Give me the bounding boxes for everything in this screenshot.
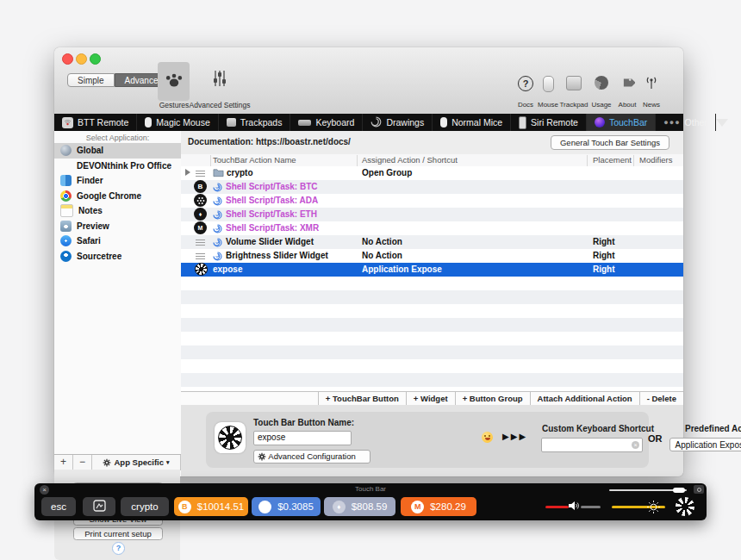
table-row-expose-selected[interactable]: expose Application Expose Right: [181, 263, 683, 277]
close-window-button[interactable]: [62, 53, 73, 65]
volume-slider-filled[interactable]: [545, 506, 569, 508]
sliders-icon: [210, 76, 229, 90]
crypto-group-button[interactable]: crypto: [121, 497, 169, 516]
notes-icon: [60, 204, 73, 217]
advanced-settings-tool-button[interactable]: [210, 69, 229, 91]
tab-label: Normal Mice: [451, 117, 502, 128]
documentation-link[interactable]: Documentation: https://boastr.net/docs/: [188, 137, 351, 146]
predefined-action-select[interactable]: Application Expose ▴▾: [669, 438, 741, 451]
table-row-volume-slider[interactable]: Volume Slider Widget No Action Right: [181, 235, 683, 249]
xmr-price-button[interactable]: M $280.29: [401, 497, 476, 516]
eth-price-button[interactable]: ♦ $808.59: [324, 497, 395, 516]
script-swirl-icon: [213, 224, 222, 233]
sidebar-item-notes[interactable]: Notes: [54, 203, 181, 219]
tab-trackpads[interactable]: Trackpads: [219, 114, 291, 131]
col-placement[interactable]: Placement: [593, 155, 632, 165]
tab-magic-mouse[interactable]: Magic Mouse: [137, 114, 218, 131]
row-name: Shell Script/Task: ETH: [226, 209, 317, 219]
safari-icon: [60, 235, 72, 246]
btc-price-button[interactable]: B $10014.51: [174, 497, 248, 516]
touchbar-size-slider[interactable]: [609, 489, 687, 491]
eth-coin-icon: ♦: [194, 208, 207, 221]
simple-mode-button[interactable]: Simple: [67, 73, 115, 87]
sidebar-item-sourcetree[interactable]: Sourcetree: [54, 249, 181, 264]
table-row-ada[interactable]: Shell Script/Task: ADA: [181, 194, 683, 208]
gestures-tool-button[interactable]: [158, 62, 190, 101]
sidebar-item-devonthink[interactable]: DEVONthink Pro Office: [54, 159, 181, 174]
sidebar-item-safari[interactable]: Safari: [54, 233, 181, 249]
remove-app-button[interactable]: −: [73, 455, 92, 470]
table-row-brightness-slider[interactable]: Brightness Slider Widget No Action Right: [181, 249, 683, 263]
ellipsis-icon: ●●●: [663, 118, 680, 127]
drag-handle-icon[interactable]: [196, 240, 205, 246]
expose-touchbar-button[interactable]: [676, 497, 694, 516]
tab-keyboard[interactable]: Keyboard: [290, 114, 363, 131]
sidebar-item-label: Sourcetree: [77, 252, 121, 261]
row-name: Shell Script/Task: BTC: [226, 182, 318, 191]
folder-icon: [213, 168, 224, 177]
trackpad-button[interactable]: [559, 76, 588, 90]
clear-icon[interactable]: ×: [632, 441, 639, 449]
general-touchbar-settings-button[interactable]: General Touch Bar Settings: [551, 135, 669, 150]
ada-price-button[interactable]: $0.3085: [252, 497, 321, 516]
drag-handle-icon[interactable]: [196, 253, 205, 259]
tab-siri-remote[interactable]: Siri Remote: [511, 114, 587, 131]
table-row-btc[interactable]: B Shell Script/Task: BTC: [181, 180, 683, 194]
delete-button[interactable]: - Delete: [639, 392, 683, 406]
button-name-label: Touch Bar Button Name:: [253, 418, 354, 427]
touchbar-config-main: Documentation: https://boastr.net/docs/ …: [181, 131, 683, 476]
add-touchbar-button[interactable]: + TouchBar Button: [318, 392, 406, 406]
keyboard-icon: [298, 120, 311, 126]
screenshot-icon[interactable]: [694, 485, 704, 494]
table-row-eth[interactable]: ♦ Shell Script/Task: ETH: [181, 208, 683, 221]
custom-shortcut-input[interactable]: ×: [541, 438, 643, 452]
shutter-icon: [195, 263, 208, 276]
add-widget-button[interactable]: + Widget: [406, 392, 455, 406]
widget-button[interactable]: [83, 497, 115, 516]
print-current-setup-button[interactable]: Print current setup: [73, 527, 163, 540]
col-assigned-action[interactable]: Assigned Action / Shortcut: [362, 155, 458, 165]
tab-overflow-dropdown[interactable]: [716, 119, 728, 127]
disclosure-triangle-icon[interactable]: [185, 169, 190, 176]
toolbar: Simple Advanced Gestures: [54, 47, 683, 115]
add-app-button[interactable]: +: [54, 455, 73, 470]
add-button-group-button[interactable]: + Button Group: [455, 392, 530, 406]
tab-drawings[interactable]: Drawings: [363, 114, 433, 131]
esc-key[interactable]: esc: [41, 497, 76, 516]
app-specific-menu[interactable]: App Specific ▾: [92, 455, 181, 470]
button-name-input[interactable]: expose: [253, 431, 352, 445]
sidebar-item-preview[interactable]: Preview: [54, 219, 181, 234]
sidebar-item-finder[interactable]: Finder: [54, 173, 181, 189]
table-row-xmr[interactable]: M Shell Script/Task: XMR: [181, 221, 683, 235]
news-button[interactable]: [637, 76, 666, 94]
minimize-window-button[interactable]: [76, 53, 87, 65]
advanced-configuration-button[interactable]: Advanced Configuration: [253, 450, 370, 464]
script-swirl-icon: [213, 252, 222, 261]
col-modifiers[interactable]: Modifiers: [639, 155, 673, 165]
volume-slider-track[interactable]: [581, 506, 601, 508]
chevron-down-icon: ▾: [166, 456, 170, 470]
speaker-icon: [567, 499, 581, 516]
sidebar-item-global[interactable]: Global: [54, 143, 181, 159]
sidebar-header: Select Application:: [54, 134, 181, 142]
usage-button[interactable]: [587, 76, 616, 90]
finder-icon: [60, 175, 72, 186]
attach-additional-action-button[interactable]: Attach Additional Action: [530, 392, 639, 406]
col-action-name[interactable]: TouchBar Action Name: [213, 155, 296, 165]
tab-touchbar[interactable]: TouchBar: [587, 114, 656, 131]
tab-btt-remote[interactable]: BTT Remote: [54, 114, 137, 131]
row-placement: Right: [593, 264, 615, 274]
mouse-button[interactable]: [533, 76, 563, 92]
tab-other[interactable]: ●●● Other: [656, 114, 716, 131]
table-row-crypto[interactable]: crypto Open Group: [181, 166, 683, 180]
slider-handle[interactable]: [673, 488, 685, 493]
help-button[interactable]: ?: [112, 542, 125, 555]
row-action: No Action: [362, 237, 402, 246]
zoom-window-button[interactable]: [90, 53, 101, 65]
drag-handle-icon[interactable]: [196, 171, 205, 177]
emoji-picker-button[interactable]: [482, 432, 493, 443]
sidebar-item-google-chrome[interactable]: Google Chrome: [54, 189, 181, 204]
tab-normal-mice[interactable]: Normal Mice: [433, 114, 511, 131]
sidebar-item-label: Safari: [77, 236, 101, 246]
row-name: crypto: [227, 168, 253, 177]
